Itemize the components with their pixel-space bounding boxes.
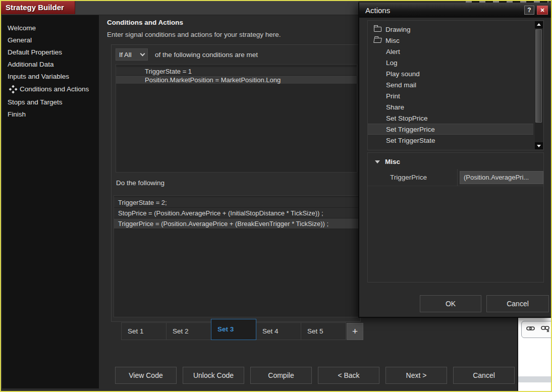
sidebar-item-label: Stops and Targets	[8, 98, 63, 106]
footer-button[interactable]: Compile	[250, 367, 312, 384]
sidebar-item[interactable]: Inputs and Variables	[2, 70, 99, 82]
sidebar-item-label: Inputs and Variables	[8, 73, 69, 80]
set-tab-label: Set 2	[173, 327, 189, 335]
footer-button[interactable]: Next >	[385, 367, 447, 384]
action-row[interactable]: TriggerPrice = (Position.AveragePrice + …	[114, 218, 359, 229]
dialog-title: Actions	[365, 6, 524, 15]
property-divider	[457, 169, 458, 186]
strategy-builder-window: Strategy Builder Welcome General Default…	[0, 0, 552, 392]
page-title: Conditions and Actions	[107, 19, 183, 26]
sidebar-item[interactable]: Stops and Targets	[2, 96, 99, 108]
condition-mode-row: If All of the following conditions are m…	[116, 48, 258, 61]
tree-item[interactable]: Share	[368, 101, 533, 113]
tree-item[interactable]: Play sound	[368, 68, 533, 79]
footer-button-row: View Code Unlock Code Compile < Back Nex…	[115, 367, 515, 384]
page-subtitle: Enter signal conditions and actions for …	[107, 31, 281, 38]
tree-item[interactable]: Set TriggerPrice	[368, 124, 533, 135]
folder-icon	[374, 27, 381, 32]
misc-section-header[interactable]: Misc	[375, 158, 400, 165]
set-tab[interactable]: Set 3	[211, 319, 256, 340]
tree-item-label: Log	[386, 59, 398, 67]
property-value-field[interactable]: (Position.AveragePri...	[460, 171, 543, 184]
set-tab-label: Set 5	[307, 327, 323, 335]
sidebar-item-label: Conditions and Actions	[20, 85, 89, 93]
footer-button[interactable]: Unlock Code	[183, 367, 244, 384]
help-button[interactable]: ?	[524, 6, 534, 15]
tree-item-label: Set TriggerState	[386, 137, 435, 144]
link-icon[interactable]	[526, 325, 535, 334]
tree-item-label: Set StopPrice	[386, 115, 428, 122]
add-set-button[interactable]: +	[347, 323, 363, 340]
action-properties-panel: Misc TriggerPrice (Position.AveragePri..…	[367, 152, 544, 283]
close-icon[interactable]: ✕	[537, 6, 548, 15]
footer-button[interactable]: < Back	[318, 367, 379, 384]
conditions-list[interactable]: TriggerState = 1 Position.MarketPosition…	[116, 64, 357, 173]
scrollbar-thumb[interactable]	[535, 29, 542, 123]
sidebar-item-label: General	[8, 36, 32, 44]
footer-button[interactable]: Cancel	[453, 367, 515, 384]
sidebar-item[interactable]: Finish	[2, 108, 99, 120]
cancel-button[interactable]: Cancel	[486, 295, 549, 312]
window-title: Strategy Builder	[1, 1, 75, 14]
sidebar-item[interactable]: Additional Data	[2, 58, 99, 70]
tree-item[interactable]: Drawing	[368, 24, 533, 35]
condition-row[interactable]: Position.MarketPosition = MarketPosition…	[116, 76, 357, 84]
sidebar-item[interactable]: Default Properties	[2, 46, 99, 58]
tree-item[interactable]: Set TriggerState	[368, 135, 533, 146]
chevron-down-icon	[140, 51, 145, 56]
action-row[interactable]: StopPrice = (Position.AveragePrice + (In…	[114, 208, 359, 218]
set-tab[interactable]: Set 1	[121, 322, 167, 340]
do-the-following-label: Do the following	[116, 179, 164, 187]
condition-mode-value: If All	[119, 51, 132, 59]
actions-tree[interactable]: Drawing Misc Alert	[367, 20, 544, 150]
sidebar-item[interactable]: Welcome	[2, 22, 99, 34]
property-row: TriggerPrice (Position.AveragePri...	[368, 169, 543, 186]
instrument-link-toolbar	[521, 321, 551, 338]
wizard-sidebar: Welcome General Default Properties Addit…	[2, 15, 99, 388]
set-tab-label: Set 4	[262, 327, 279, 335]
section-collapse-icon	[375, 160, 380, 163]
action-text: TriggerState = 2;	[118, 199, 167, 206]
action-text: TriggerPrice = (Position.AveragePrice + …	[118, 220, 328, 228]
action-row[interactable]: TriggerState = 2;	[114, 197, 359, 208]
condition-mode-suffix: of the following conditions are met	[155, 51, 258, 59]
actions-dialog: Actions ? ✕ Drawing Misc	[358, 3, 551, 318]
tree-item[interactable]: Log	[368, 57, 533, 68]
set-tab-label: Set 1	[128, 327, 144, 335]
tree-item-label: Share	[386, 103, 404, 111]
tree-item-label: Misc	[385, 37, 400, 44]
conditions-groupbox: If All of the following conditions are m…	[111, 44, 361, 322]
actions-list[interactable]: TriggerState = 2; StopPrice = (Position.…	[114, 195, 359, 317]
ok-button[interactable]: OK	[420, 295, 481, 312]
footer-button[interactable]: View Code	[115, 367, 177, 384]
tree-item-label: Print	[386, 92, 400, 100]
sidebar-item-label: Welcome	[8, 24, 36, 32]
action-text: StopPrice = (Position.AveragePrice + (In…	[118, 209, 323, 217]
tree-item[interactable]: Misc	[368, 35, 533, 46]
condition-mode-dropdown[interactable]: If All	[116, 48, 148, 61]
condition-text: Position.MarketPosition = MarketPosition…	[145, 76, 281, 84]
tree-item-label: Set TriggerPrice	[386, 126, 435, 133]
sidebar-item-label: Default Properties	[8, 48, 62, 56]
sidebar-item[interactable]: Conditions and Actions	[2, 82, 99, 96]
background-window-fragment	[517, 318, 551, 391]
tree-scrollbar[interactable]	[535, 21, 543, 149]
set-tab-label: Set 3	[217, 325, 234, 333]
scroll-up-icon[interactable]	[535, 21, 543, 28]
tree-item[interactable]: Print	[368, 90, 533, 101]
set-tab[interactable]: Set 2	[166, 322, 211, 340]
tree-item[interactable]: Send mail	[368, 79, 533, 90]
property-name: TriggerPrice	[390, 174, 427, 181]
dialog-titlebar: Actions ? ✕	[359, 3, 551, 18]
tree-item[interactable]: Set StopPrice	[368, 113, 533, 124]
condition-row[interactable]: TriggerState = 1	[116, 67, 357, 76]
set-tab[interactable]: Set 5	[301, 322, 346, 340]
tree-item[interactable]: Alert	[368, 46, 533, 57]
condition-text: TriggerState = 1	[145, 68, 192, 75]
set-tab[interactable]: Set 4	[256, 322, 301, 340]
unlink-icon[interactable]	[541, 325, 550, 334]
sidebar-item[interactable]: General	[2, 34, 99, 46]
section-title: Misc	[385, 158, 400, 165]
scroll-down-icon[interactable]	[535, 142, 543, 149]
tree-item-label: Play sound	[386, 70, 420, 78]
